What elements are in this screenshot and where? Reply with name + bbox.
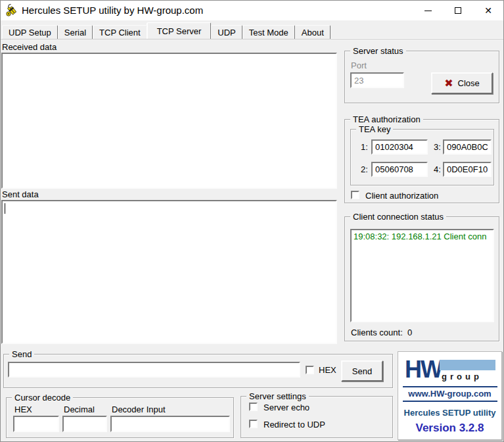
server-echo-checkbox[interactable] — [249, 403, 258, 411]
tab-test-mode[interactable]: Test Mode — [242, 25, 295, 39]
sent-data-pane[interactable] — [1, 200, 337, 344]
tab-udp[interactable]: UDP — [211, 25, 242, 39]
send-input[interactable] — [8, 362, 300, 378]
decoder-input-label: Decoder Input — [112, 405, 166, 414]
redirect-to-udp-label: Redirect to UDP — [263, 420, 325, 430]
logo-divider-bottom — [403, 401, 497, 402]
text-caret — [5, 203, 5, 214]
tea-key-group: TEA key 1: 3: 2: 4: — [350, 129, 494, 185]
tea-key-4-label: 4: — [434, 164, 441, 174]
cursor-decode-title: Cursor decode — [12, 393, 73, 403]
port-input[interactable] — [350, 72, 404, 88]
hw-group-url[interactable]: www.HW-group.com — [398, 389, 501, 399]
send-group: Send HEX Send — [3, 354, 393, 388]
tea-key-1-label: 1: — [361, 142, 368, 152]
decode-decimal-input[interactable] — [62, 416, 107, 432]
sent-data-label: Sent data — [2, 189, 39, 199]
received-data-pane[interactable] — [1, 53, 337, 189]
client-connection-status-title: Client connection status — [350, 212, 446, 222]
tea-key-3-input[interactable] — [443, 139, 492, 155]
tea-key-3-label: 3: — [434, 142, 441, 152]
tab-tcp-client[interactable]: TCP Client — [93, 25, 147, 39]
maximize-button[interactable] — [443, 1, 473, 20]
logo-blue-bar — [440, 360, 495, 370]
send-group-title: Send — [9, 349, 34, 359]
server-status-group: Server status Port ✖ Close — [344, 51, 499, 103]
minimize-icon — [424, 11, 432, 11]
tea-key-title: TEA key — [356, 124, 393, 134]
clients-count-label: Clients count: — [351, 328, 403, 337]
server-settings-title: Server settings — [246, 391, 309, 401]
close-icon: ✕ — [484, 6, 492, 15]
connection-log[interactable]: 19:08:32: 192.168.1.21 Client conn — [350, 229, 494, 322]
app-icon — [5, 4, 18, 17]
minimize-button[interactable] — [413, 1, 443, 20]
cursor-decode-group: Cursor decode HEX Decimal Decoder Input — [6, 397, 234, 438]
window-title: Hercules SETUP utility by HW-group.com — [22, 1, 203, 20]
port-label: Port — [351, 61, 367, 70]
close-server-button[interactable]: ✖ Close — [431, 72, 493, 94]
titlebar[interactable]: Hercules SETUP utility by HW-group.com ✕ — [1, 1, 503, 20]
send-button[interactable]: Send — [341, 360, 383, 381]
decode-hex-label: HEX — [14, 405, 32, 414]
version-text: Version 3.2.8 — [398, 422, 501, 435]
tea-key-2-label: 2: — [361, 164, 368, 174]
tab-serial[interactable]: Serial — [58, 25, 93, 39]
tab-udp-setup[interactable]: UDP Setup — [2, 25, 58, 39]
client-connection-status-group: Client connection status 19:08:32: 192.1… — [344, 216, 499, 341]
client-authorization-label: Client authorization — [365, 191, 438, 201]
tea-key-4-input[interactable] — [443, 162, 492, 177]
app-window: Hercules SETUP utility by HW-group.com ✕… — [0, 0, 504, 442]
tea-authorization-group: TEA authorization TEA key 1: 3: 2: 4: Cl… — [344, 119, 499, 203]
decoder-input-field[interactable] — [110, 416, 230, 432]
logo-group-text: group — [442, 372, 482, 381]
red-x-icon: ✖ — [444, 77, 453, 89]
tab-about[interactable]: About — [295, 25, 331, 39]
connection-log-line: 19:08:32: 192.168.1.21 Client conn — [354, 232, 486, 241]
hex-checkbox-label: HEX — [319, 365, 336, 375]
hex-checkbox[interactable] — [306, 366, 314, 374]
hw-group-logo-panel[interactable]: HW group www.HW-group.com Hercules SETUP… — [398, 351, 502, 440]
server-settings-group: Server settings Server echo Redirect to … — [241, 396, 393, 438]
server-status-title: Server status — [350, 46, 406, 56]
logo-app-name: Hercules SETUP utility — [398, 408, 501, 418]
clients-count-value: 0 — [407, 328, 412, 337]
logo-divider-top — [403, 386, 497, 387]
server-echo-label: Server echo — [263, 403, 309, 412]
received-data-label: Received data — [2, 42, 57, 52]
close-window-button[interactable]: ✕ — [473, 1, 503, 20]
tea-key-2-input[interactable] — [371, 162, 428, 177]
decode-hex-input[interactable] — [13, 416, 59, 432]
redirect-to-udp-checkbox[interactable] — [249, 420, 258, 428]
tea-key-1-input[interactable] — [371, 139, 428, 155]
tea-authorization-title: TEA authorization — [350, 114, 423, 124]
tab-bar: UDP Setup Serial TCP Client TCP Server U… — [2, 22, 503, 39]
maximize-icon — [455, 7, 461, 14]
client-authorization-checkbox[interactable] — [351, 191, 359, 199]
hw-logo-text: HW — [405, 356, 442, 383]
tab-tcp-server[interactable]: TCP Server — [147, 22, 212, 39]
decode-decimal-label: Decimal — [64, 405, 95, 414]
